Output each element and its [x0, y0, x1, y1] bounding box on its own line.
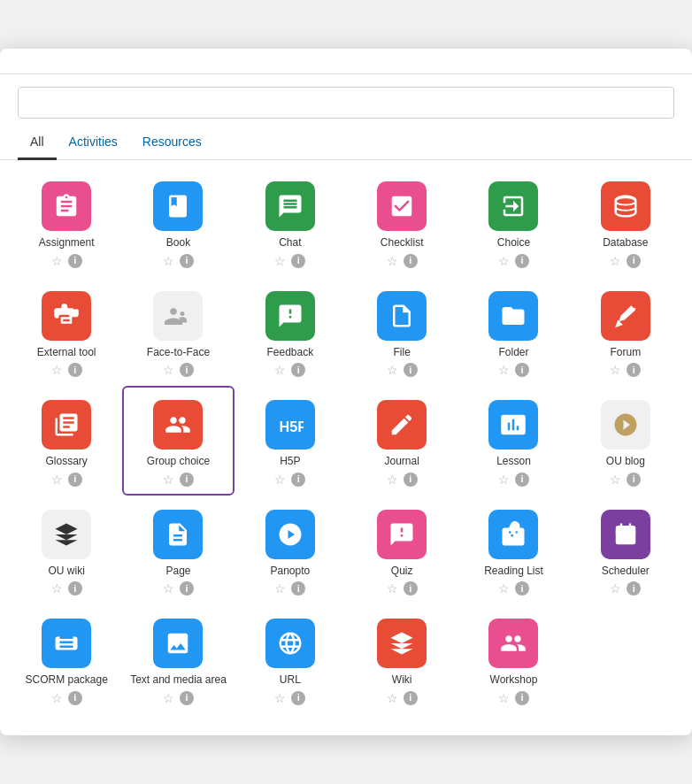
item-h5p[interactable]: H5P H5P ☆ i: [235, 386, 346, 496]
item-database[interactable]: Database ☆ i: [570, 167, 681, 277]
journal-info[interactable]: i: [404, 473, 418, 487]
text-and-media-info[interactable]: i: [180, 691, 194, 705]
item-checklist[interactable]: Checklist ☆ i: [346, 167, 457, 277]
external-tool-info[interactable]: i: [68, 363, 82, 377]
file-info[interactable]: i: [404, 363, 418, 377]
workshop-star[interactable]: ☆: [498, 692, 510, 704]
journal-star[interactable]: ☆: [387, 473, 398, 486]
item-ou-blog[interactable]: OU blog ☆ i: [570, 386, 681, 496]
checklist-info[interactable]: i: [404, 254, 418, 268]
scheduler-star[interactable]: ☆: [610, 582, 621, 595]
tab-all[interactable]: All: [18, 129, 57, 160]
chat-info[interactable]: i: [291, 254, 305, 268]
quiz-info[interactable]: i: [404, 581, 418, 596]
choice-star[interactable]: ☆: [498, 255, 510, 267]
item-folder[interactable]: Folder ☆ i: [457, 277, 569, 387]
item-forum[interactable]: Forum ☆ i: [570, 277, 681, 387]
forum-info[interactable]: i: [627, 363, 641, 377]
panopto-star[interactable]: ☆: [274, 582, 286, 595]
file-star[interactable]: ☆: [387, 364, 398, 376]
item-ou-wiki[interactable]: OU wiki ☆ i: [11, 496, 122, 605]
wiki-info[interactable]: i: [404, 691, 418, 705]
reading-list-actions: ☆ i: [498, 581, 529, 596]
checklist-icon: [377, 181, 427, 231]
choice-info[interactable]: i: [515, 254, 529, 268]
book-star[interactable]: ☆: [163, 255, 174, 267]
ou-blog-star[interactable]: ☆: [610, 473, 621, 486]
reading-list-star[interactable]: ☆: [498, 582, 510, 595]
face-to-face-info[interactable]: i: [180, 363, 194, 377]
page-star[interactable]: ☆: [163, 582, 174, 595]
item-assignment[interactable]: Assignment ☆ i: [11, 167, 122, 277]
scheduler-info[interactable]: i: [627, 581, 641, 596]
h5p-info[interactable]: i: [291, 473, 305, 487]
ou-blog-actions: ☆ i: [610, 473, 641, 487]
tab-activities[interactable]: Activities: [57, 129, 130, 160]
item-quiz[interactable]: Quiz ☆ i: [346, 496, 457, 605]
page-info[interactable]: i: [180, 581, 194, 596]
reading-list-info[interactable]: i: [515, 581, 529, 596]
chat-star[interactable]: ☆: [274, 255, 286, 267]
face-to-face-star[interactable]: ☆: [163, 364, 174, 376]
feedback-star[interactable]: ☆: [274, 364, 286, 376]
item-text-and-media[interactable]: Text and media area ☆ i: [122, 604, 234, 714]
scorm-package-info[interactable]: i: [68, 691, 82, 705]
database-star[interactable]: ☆: [610, 255, 621, 267]
h5p-star[interactable]: ☆: [274, 473, 286, 486]
assignment-info[interactable]: i: [68, 254, 82, 268]
item-journal[interactable]: Journal ☆ i: [346, 386, 457, 496]
group-choice-star[interactable]: ☆: [163, 473, 174, 486]
item-lesson[interactable]: Lesson ☆ i: [457, 386, 569, 496]
lesson-info[interactable]: i: [515, 473, 529, 487]
database-info[interactable]: i: [627, 254, 641, 268]
item-url[interactable]: URL ☆ i: [235, 604, 346, 714]
ou-wiki-star[interactable]: ☆: [51, 582, 63, 595]
lesson-star[interactable]: ☆: [498, 473, 510, 486]
glossary-info[interactable]: i: [68, 473, 82, 487]
book-icon: [153, 181, 203, 231]
item-group-choice[interactable]: Group choice ☆ i: [122, 386, 234, 496]
workshop-info[interactable]: i: [515, 691, 529, 705]
item-workshop[interactable]: Workshop ☆ i: [457, 604, 569, 714]
item-panopto[interactable]: Panopto ☆ i: [235, 496, 346, 605]
checklist-label: Checklist: [381, 236, 424, 250]
folder-info[interactable]: i: [515, 363, 529, 377]
item-chat[interactable]: Chat ☆ i: [235, 167, 346, 277]
panopto-info[interactable]: i: [291, 581, 305, 596]
url-info[interactable]: i: [291, 691, 305, 705]
glossary-star[interactable]: ☆: [51, 473, 63, 486]
scorm-package-star[interactable]: ☆: [51, 692, 63, 704]
item-face-to-face[interactable]: Face-to-Face ☆ i: [122, 277, 234, 387]
book-info[interactable]: i: [180, 254, 194, 268]
folder-star[interactable]: ☆: [498, 364, 510, 376]
search-input[interactable]: [18, 87, 674, 119]
item-external-tool[interactable]: External tool ☆ i: [11, 277, 122, 387]
external-tool-star[interactable]: ☆: [51, 364, 63, 376]
wiki-star[interactable]: ☆: [387, 692, 398, 704]
item-choice[interactable]: Choice ☆ i: [457, 167, 569, 277]
forum-star[interactable]: ☆: [610, 364, 621, 376]
assignment-star[interactable]: ☆: [51, 255, 63, 267]
item-book[interactable]: Book ☆ i: [122, 167, 234, 277]
item-page[interactable]: Page ☆ i: [122, 496, 234, 605]
item-reading-list[interactable]: Reading List ☆ i: [457, 496, 569, 605]
item-file[interactable]: File ☆ i: [346, 277, 457, 387]
url-star[interactable]: ☆: [274, 692, 286, 704]
scheduler-icon: [601, 510, 650, 559]
quiz-star[interactable]: ☆: [387, 582, 398, 595]
external-tool-icon: [42, 291, 91, 341]
item-glossary[interactable]: Glossary ☆ i: [11, 386, 122, 496]
panopto-label: Panopto: [270, 565, 310, 579]
folder-actions: ☆ i: [498, 363, 529, 377]
ou-wiki-info[interactable]: i: [68, 581, 82, 596]
item-scorm-package[interactable]: SCORM package ☆ i: [11, 604, 122, 714]
ou-blog-info[interactable]: i: [627, 473, 641, 487]
tab-resources[interactable]: Resources: [130, 129, 214, 160]
text-and-media-star[interactable]: ☆: [163, 692, 174, 704]
item-scheduler[interactable]: Scheduler ☆ i: [570, 496, 681, 605]
item-feedback[interactable]: Feedback ☆ i: [235, 277, 346, 387]
feedback-info[interactable]: i: [291, 363, 305, 377]
item-wiki[interactable]: Wiki ☆ i: [346, 604, 457, 714]
checklist-star[interactable]: ☆: [387, 255, 398, 267]
group-choice-info[interactable]: i: [180, 473, 194, 487]
